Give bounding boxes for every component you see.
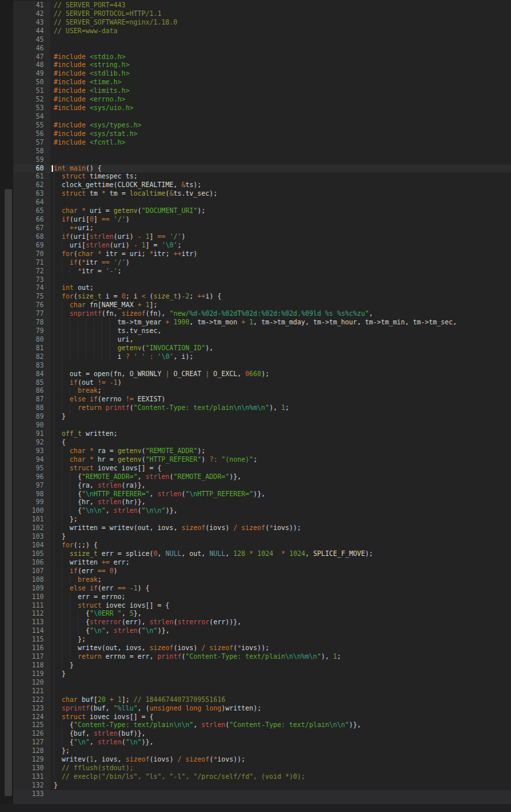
code-line[interactable]: 112 {"\0ERR ", 5}, (13, 610, 511, 618)
code-line[interactable]: 96 {"REMOTE_ADDR=", strlen("REMOTE_ADDR=… (13, 473, 511, 482)
code-line[interactable]: 43// SERVER_SOFTWARE=nginx/1.18.0 (13, 19, 511, 27)
code-line[interactable]: 68 if(uri[strlen(uri) - 1] == '/') (13, 233, 511, 241)
code-line[interactable]: 84 out = open(fn, O_WRONLY | O_CREAT | O… (13, 370, 511, 379)
code-line[interactable]: 106 written += err; (13, 559, 511, 567)
code-line[interactable]: 128 }; (13, 747, 511, 756)
code-line[interactable]: 110 err = errno; (13, 593, 511, 602)
code-line[interactable]: 111 struct iovec iovs[] = { (13, 602, 511, 610)
code-line[interactable]: 109 else if(err == -1) { (13, 584, 511, 593)
code-line[interactable]: 125 {"Content-Type: text/plain\n\n", str… (13, 721, 511, 730)
code-line[interactable]: 100 {"\n\n", strlen("\n\n")}, (13, 507, 511, 515)
code-line[interactable]: 46 (13, 44, 511, 53)
code-line[interactable]: 59 (13, 156, 511, 165)
code-line[interactable]: 53#include <sys/uio.h> (13, 104, 511, 113)
line-number: 67 (13, 224, 50, 233)
left-scrollbar-track[interactable] (0, 0, 13, 804)
code-line[interactable]: 74 int out; (13, 284, 511, 293)
code-line[interactable]: 73 (13, 276, 511, 285)
code-line[interactable]: 102 written = writev(out, iovs, sizeof(i… (13, 524, 511, 533)
code-line[interactable]: 63 struct tm * tm = localtime(&ts.tv_sec… (13, 190, 511, 198)
code-line[interactable]: 94 char * hr = getenv("HTTP_REFERER") ?:… (13, 456, 511, 464)
code-line[interactable]: 119 } (13, 670, 511, 679)
code-line[interactable]: 129 writev(1, iovs, sizeof(iovs) / sizeo… (13, 756, 511, 764)
code-line[interactable]: 93 char * ra = getenv("REMOTE_ADDR"); (13, 447, 511, 456)
code-line[interactable]: 114 {"\n", strlen("\n")}, (13, 627, 511, 636)
horizontal-scrollbar[interactable]: 133 (13, 790, 511, 804)
code-line[interactable]: 83 (13, 362, 511, 370)
code-line[interactable]: 132} (13, 781, 511, 790)
code-line[interactable]: 49#include <stdlib.h> (13, 70, 511, 78)
code-line[interactable]: 67 ++uri; (13, 224, 511, 233)
code-line[interactable]: 92 { (13, 439, 511, 447)
code-line[interactable]: 90 (13, 421, 511, 430)
code-line[interactable]: 104 for(;;) { (13, 541, 511, 550)
code-line[interactable]: 124 struct iovec iovs[] = { (13, 713, 511, 722)
code-line[interactable]: 117 return errno = err, printf("Content-… (13, 653, 511, 661)
scrollbar-thumb[interactable] (5, 189, 12, 796)
code-line[interactable]: 108 break; (13, 576, 511, 584)
code-line[interactable]: 118 } (13, 661, 511, 670)
code-line[interactable]: 54 (13, 113, 511, 121)
code-line[interactable]: 69 uri[strlen(uri) - 1] = '\0'; (13, 241, 511, 250)
code-line[interactable]: 64 (13, 198, 511, 207)
code-line[interactable]: 65 char * uri = getenv("DOCUMENT_URI"); (13, 207, 511, 216)
code-line[interactable]: 122 char buf[20 + 1]; // 184467440737095… (13, 696, 511, 705)
code-line[interactable]: 97 {ra, strlen(ra)}, (13, 482, 511, 490)
code-line[interactable]: 70 for(char * itr = uri; *itr; ++itr) (13, 250, 511, 259)
code-line[interactable]: 41// SERVER_PORT=443 (13, 1, 511, 10)
code-line[interactable]: 103 } (13, 533, 511, 541)
code-line[interactable]: 60int main() { (13, 165, 511, 173)
code-line[interactable]: 79 ts.tv_nsec, (13, 327, 511, 336)
code-line[interactable]: 75 for(size_t i = 0; i < (size_t)-2; ++i… (13, 293, 511, 301)
code-line[interactable]: 121 (13, 687, 511, 696)
code-line[interactable]: 123 sprintf(buf, "%llu", (unsigned long … (13, 705, 511, 713)
code-line[interactable]: 116 writev(out, iovs, sizeof(iovs) / siz… (13, 644, 511, 653)
code-line[interactable]: 48#include <string.h> (13, 61, 511, 70)
code-line[interactable]: 78 tm->tm_year + 1900, tm->tm_mon + 1, t… (13, 318, 511, 327)
code-line[interactable]: 81 getenv("INVOCATION_ID"), (13, 344, 511, 353)
code-line[interactable]: 85 if(out != -1) (13, 379, 511, 387)
code-line[interactable]: 57#include <fcntl.h> (13, 139, 511, 147)
code-line[interactable]: 47#include <stdio.h> (13, 53, 511, 62)
code-line[interactable]: 44// USER=www-data (13, 27, 511, 36)
code-line[interactable]: 127 {"\n", strlen("\n")}, (13, 738, 511, 747)
code-line[interactable]: 51#include <limits.h> (13, 87, 511, 96)
code-line[interactable]: 115 }; (13, 636, 511, 644)
code-line[interactable]: 95 struct iovec iovs[] = { (13, 464, 511, 473)
code-line[interactable]: 52#include <errno.h> (13, 96, 511, 104)
code-line[interactable]: 89 } (13, 413, 511, 421)
code-line[interactable]: 113 {strerror(err), strlen(strerror(err)… (13, 618, 511, 627)
code-line[interactable]: 62 clock_gettime(CLOCK_REALTIME, &ts); (13, 181, 511, 190)
code-line[interactable]: 87 else if(errno != EEXIST) (13, 395, 511, 404)
line-number: 65 (13, 207, 50, 216)
code-line[interactable]: 55#include <sys/types.h> (13, 121, 511, 130)
code-line[interactable]: 80 uri, (13, 336, 511, 344)
code-line[interactable]: 86 break; (13, 387, 511, 395)
code-line[interactable]: 98 {"\nHTTP_REFERER=", strlen("\nHTTP_RE… (13, 490, 511, 499)
code-area[interactable]: 41// SERVER_PORT=44342// SERVER_PROTOCOL… (13, 0, 511, 790)
indent-guide (54, 705, 54, 713)
code-line[interactable]: 82 i ? ' ' : '\0', i); (13, 353, 511, 362)
code-line[interactable]: 56#include <sys/stat.h> (13, 130, 511, 139)
code-line[interactable]: 45 (13, 36, 511, 44)
code-line[interactable]: 76 char fn[NAME_MAX + 1]; (13, 301, 511, 310)
code-line[interactable]: 131 // execlp("/bin/ls", "ls", "-l", "/p… (13, 773, 511, 781)
code-line[interactable]: 126 {buf, strlen(buf)}, (13, 730, 511, 738)
code-line[interactable]: 72 *itr = '-'; (13, 267, 511, 276)
code-line[interactable]: 66 if(uri[0] == '/') (13, 216, 511, 224)
code-line[interactable]: 130 // fflush(stdout); (13, 764, 511, 773)
code-line[interactable]: 99 {hr, strlen(hr)}, (13, 498, 511, 507)
code-line[interactable]: 101 }; (13, 515, 511, 524)
code-line[interactable]: 58 (13, 147, 511, 156)
code-line[interactable]: 50#include <time.h> (13, 78, 511, 87)
code-line[interactable]: 105 ssize_t err = splice(0, NULL, out, N… (13, 550, 511, 559)
code-line[interactable]: 61 struct timespec ts; (13, 172, 511, 181)
code-line[interactable]: 120 (13, 679, 511, 687)
code-line[interactable]: 91 off_t written; (13, 430, 511, 439)
code-line[interactable]: 88 return printf("Content-Type: text/pla… (13, 404, 511, 413)
code-line[interactable]: 77 snprintf(fn, sizeof(fn), "new/%d-%02d… (13, 310, 511, 318)
indent-guide (54, 327, 54, 336)
code-line[interactable]: 42// SERVER_PROTOCOL=HTTP/1.1 (13, 10, 511, 19)
code-line[interactable]: 71 if(*itr == '/') (13, 259, 511, 267)
code-line[interactable]: 107 if(err == 0) (13, 567, 511, 576)
